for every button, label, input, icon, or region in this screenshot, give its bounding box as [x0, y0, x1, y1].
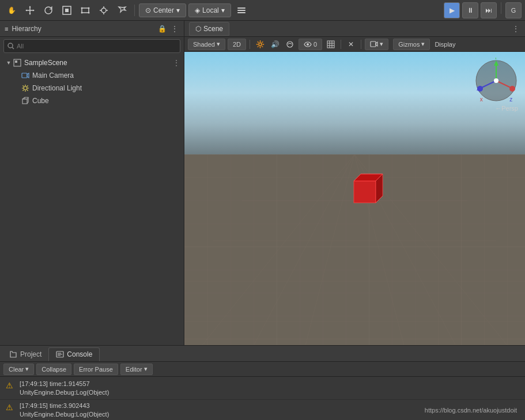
scene-tab[interactable]: ⬡ Scene — [189, 22, 229, 36]
svg-marker-46 — [376, 42, 377, 46]
light-icon — [21, 84, 30, 93]
svg-rect-17 — [237, 7, 245, 9]
transform-tool[interactable] — [96, 2, 112, 18]
svg-rect-45 — [371, 41, 376, 47]
scene-sep-3 — [361, 40, 361, 49]
dropdown-arrow: ▾ — [176, 6, 180, 14]
svg-point-9 — [88, 7, 90, 9]
pause-button[interactable]: ⏸ — [462, 2, 478, 18]
local-button[interactable]: ◈ Local ▾ — [188, 3, 231, 17]
audio-icon[interactable]: 🔊 — [269, 39, 281, 50]
scale-tool[interactable] — [59, 2, 75, 18]
light-scene-icon[interactable]: 🔆 — [254, 39, 266, 50]
search-bar — [3, 39, 180, 53]
main-area: ≡ Hierarchy 🔒 ⋮ ▼ SampleScene ⋮ — [0, 21, 525, 345]
hierarchy-item-camera[interactable]: Main Camera — [0, 69, 184, 82]
hierarchy-content: ▼ SampleScene ⋮ Main Camera Directional — [0, 55, 184, 345]
rotate-tool[interactable] — [40, 2, 56, 18]
svg-marker-2 — [25, 9, 27, 11]
console-link[interactable]: https://blog.csdn.net/akuojustdoit — [425, 407, 522, 414]
shading-dropdown[interactable]: Shaded ▾ — [188, 39, 225, 50]
svg-point-11 — [88, 12, 90, 13]
hierarchy-lock[interactable]: 🔒 — [157, 24, 167, 33]
svg-point-39 — [307, 43, 309, 46]
svg-rect-44 — [327, 41, 334, 48]
svg-point-10 — [81, 12, 83, 13]
rect-tool[interactable] — [77, 2, 93, 18]
error-pause-button[interactable]: Error Pause — [74, 364, 118, 375]
scene-sep-2 — [341, 40, 341, 49]
svg-line-34 — [23, 90, 24, 91]
svg-marker-25 — [27, 73, 29, 78]
console-icon — [56, 350, 64, 358]
effect-icon[interactable] — [284, 39, 296, 50]
scene-dots[interactable]: ⋮ — [172, 58, 180, 67]
camera-icon — [21, 71, 30, 80]
svg-marker-1 — [29, 13, 31, 15]
svg-marker-0 — [29, 6, 31, 7]
camera-view-btn[interactable]: ▾ — [365, 39, 388, 50]
svg-line-31 — [23, 86, 24, 87]
2d-button[interactable]: 2D — [228, 39, 246, 50]
search-input[interactable] — [17, 43, 176, 50]
scene-arrow: ▼ — [5, 59, 13, 67]
svg-marker-3 — [33, 9, 35, 11]
svg-text:Y: Y — [494, 58, 498, 60]
center-button[interactable]: ⊙ Center ▾ — [139, 3, 186, 17]
scene-header: ⬡ Scene ⋮ — [184, 21, 525, 37]
shading-arrow: ▾ — [217, 40, 220, 48]
hand-tool[interactable]: ✋ — [3, 2, 20, 18]
scene-canvas[interactable]: Y X Z x z ←Persp — [184, 52, 525, 345]
hierarchy-item-cube[interactable]: Cube — [0, 94, 184, 107]
console-entry-1[interactable]: ⚠ [17:49:13] time:1.914557 UnityEngine.D… — [0, 378, 525, 400]
step-button[interactable]: ⏭ — [481, 2, 497, 18]
bottom-area: Project Console Clear ▾ Collapse Error P… — [0, 345, 525, 420]
editor-button[interactable]: Editor ▾ — [120, 364, 153, 375]
tab-project[interactable]: Project — [2, 347, 48, 361]
bottom-toolbar: Clear ▾ Collapse Error Pause Editor ▾ — [0, 362, 525, 377]
tab-console[interactable]: Console — [48, 347, 100, 361]
occlusion-btn[interactable]: 0 — [299, 39, 322, 50]
bottom-tabs: Project Console — [0, 346, 525, 362]
console-entry-2[interactable]: ⚠ [17:49:15] time:3.902443 UnityEngine.D… — [0, 400, 525, 420]
x-icon[interactable]: ✕ — [345, 39, 357, 50]
red-cube[interactable] — [348, 169, 386, 209]
custom-tool[interactable] — [114, 2, 130, 18]
svg-line-33 — [27, 86, 28, 87]
move-tool[interactable] — [22, 2, 38, 18]
hierarchy-item-light[interactable]: Directional Light — [0, 82, 184, 94]
scene-gizmo[interactable]: Y X Z x z — [473, 58, 519, 104]
clear-button[interactable]: Clear ▾ — [3, 364, 34, 375]
layers-tool[interactable] — [233, 2, 250, 18]
gizmos-btn-wrapper: Gizmos ▾ — [393, 39, 430, 50]
display-label[interactable]: Display — [435, 41, 455, 48]
svg-rect-18 — [237, 10, 245, 11]
hierarchy-panel: ≡ Hierarchy 🔒 ⋮ ▼ SampleScene ⋮ — [0, 21, 184, 345]
collapse-button[interactable]: Collapse — [36, 364, 71, 375]
separator-2 — [501, 2, 501, 14]
hierarchy-scene-root[interactable]: ▼ SampleScene ⋮ — [0, 56, 184, 69]
play-button[interactable]: ▶ — [444, 2, 460, 18]
svg-line-21 — [12, 47, 14, 49]
svg-text:X: X — [510, 86, 513, 92]
svg-rect-7 — [82, 8, 89, 13]
scene-tab-icon: ⬡ — [195, 25, 201, 33]
scene-toolbar: Shaded ▾ 2D 🔆 🔊 0 ✕ ▾ — [184, 37, 525, 52]
console-content: ⚠ [17:49:13] time:1.914557 UnityEngine.D… — [0, 377, 525, 420]
scene-menu[interactable]: ⋮ — [511, 24, 520, 33]
hierarchy-menu[interactable]: ⋮ — [170, 24, 179, 33]
scene-panel: ⬡ Scene ⋮ Shaded ▾ 2D 🔆 🔊 0 — [184, 21, 525, 345]
console-text-2: [17:49:15] time:3.902443 UnityEngine.Deb… — [20, 402, 109, 419]
svg-text:Z: Z — [477, 86, 480, 92]
svg-line-32 — [27, 90, 28, 91]
account-button[interactable]: G — [505, 2, 522, 18]
grid-icon[interactable] — [324, 39, 337, 50]
toolbar-right: ▶ ⏸ ⏭ G — [444, 2, 522, 18]
svg-point-12 — [101, 8, 106, 13]
light-label: Directional Light — [32, 84, 82, 92]
dropdown-arrow2: ▾ — [221, 6, 225, 14]
search-icon — [7, 43, 14, 50]
scene-icon — [13, 58, 22, 67]
hierarchy-title: Hierarchy — [12, 25, 154, 33]
gizmos-button[interactable]: Gizmos ▾ — [393, 39, 430, 50]
